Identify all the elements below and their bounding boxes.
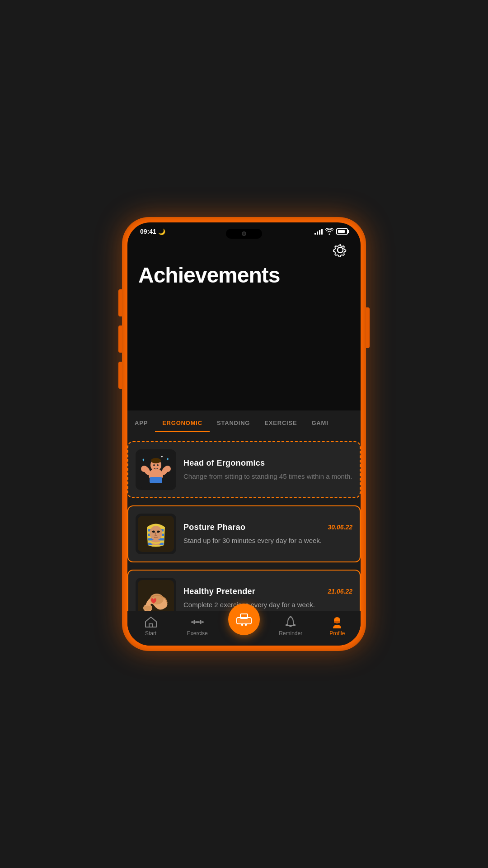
achievement-icon-pharao [136, 514, 176, 554]
svg-text:✦: ✦ [166, 457, 169, 462]
svg-rect-22 [149, 624, 153, 627]
battery-fill [338, 230, 345, 233]
signal-bars-icon [314, 228, 323, 235]
status-bar: 09:41 🌙 [127, 222, 361, 237]
camera-dot [242, 231, 246, 236]
muscle-man-icon: ✦ ✦ ✦ [138, 452, 174, 488]
desk-icon [236, 613, 252, 626]
svg-rect-30 [241, 624, 243, 626]
svg-rect-25 [195, 621, 200, 623]
tab-gami[interactable]: GAMI [304, 413, 335, 432]
exercise-icon [191, 616, 204, 628]
achievement-head-of-ergonomics: ✦ ✦ ✦ Head of Ergonomics Change from sit… [127, 441, 361, 498]
achievement-date-3: 21.06.22 [328, 588, 353, 595]
phone-screen: 09:41 🌙 [127, 222, 361, 646]
svg-point-34 [290, 616, 291, 618]
achievement-date-2: 30.06.22 [328, 524, 353, 531]
header-row [138, 237, 350, 263]
achievement-info-pharao: Posture Pharao 30.06.22 Stand up for 30 … [183, 523, 352, 545]
svg-rect-26 [200, 620, 202, 624]
nav-label-exercise: Exercise [187, 630, 208, 637]
achievement-title-row-1: Head of Ergonomics [183, 458, 352, 468]
bottom-nav: Start Exercise [127, 611, 361, 646]
achievement-posture-pharao: Posture Pharao 30.06.22 Stand up for 30 … [127, 505, 361, 562]
achievement-icon-pretender [136, 578, 176, 611]
achievements-list: ✦ ✦ ✦ Head of Ergonomics Change from sit… [127, 432, 361, 611]
svg-point-4 [151, 458, 161, 463]
svg-rect-27 [202, 621, 204, 623]
svg-rect-29 [238, 618, 250, 623]
pharaoh-icon [138, 516, 174, 552]
nav-item-exercise[interactable]: Exercise [182, 616, 213, 637]
achievement-desc-3: Complete 2 exercises every day for a wee… [183, 600, 352, 609]
achievement-icon-ergonomics: ✦ ✦ ✦ [136, 449, 176, 490]
achievement-info-ergonomics: Head of Ergonomics Change from sitting t… [183, 458, 352, 481]
tabs-row: APP ERGONOMIC STANDING EXERCISE GAMI [127, 410, 361, 432]
page-title: Achievements [138, 263, 350, 288]
achievement-title-2: Posture Pharao [183, 523, 245, 532]
wifi-icon [325, 228, 333, 235]
nav-item-reminder[interactable]: Reminder [275, 616, 306, 637]
svg-point-6 [141, 466, 147, 472]
settings-button[interactable] [331, 241, 350, 261]
bell-icon [284, 616, 297, 628]
status-left: 09:41 🌙 [140, 228, 165, 235]
moon-icon: 🌙 [158, 228, 165, 235]
svg-rect-2 [150, 477, 162, 483]
achievement-title-row-3: Healthy Pretender 21.06.22 [183, 587, 352, 596]
achievement-desc-2: Stand up for 30 minutes every day for a … [183, 536, 352, 545]
nav-item-profile[interactable]: Profile [321, 616, 353, 637]
arm-heart-icon [138, 580, 174, 611]
time-display: 09:41 [140, 228, 156, 235]
tab-exercise[interactable]: EXERCISE [257, 413, 304, 432]
svg-rect-36 [334, 621, 340, 623]
nav-label-profile: Profile [329, 630, 345, 637]
svg-rect-24 [193, 620, 195, 624]
nav-label-start: Start [145, 630, 156, 637]
achievement-title-3: Healthy Pretender [183, 587, 255, 596]
phone-frame: 09:41 🌙 [122, 217, 366, 651]
svg-rect-23 [191, 621, 193, 623]
tab-app[interactable]: APP [127, 413, 155, 432]
svg-point-9 [153, 464, 155, 466]
main-content: Achievements [127, 237, 361, 438]
tab-standing[interactable]: STANDING [210, 413, 257, 432]
battery-icon [336, 228, 348, 235]
profile-icon [331, 616, 343, 628]
camera-pill [226, 229, 262, 239]
svg-rect-31 [245, 624, 247, 626]
nav-fab-desk[interactable] [228, 604, 260, 635]
svg-text:✦: ✦ [160, 455, 164, 459]
home-icon [145, 616, 157, 628]
svg-text:✦: ✦ [141, 458, 145, 462]
achievement-title-row-2: Posture Pharao 30.06.22 [183, 523, 352, 532]
achievement-info-pretender: Healthy Pretender 21.06.22 Complete 2 ex… [183, 587, 352, 609]
achievement-title-1: Head of Ergonomics [183, 458, 265, 468]
svg-point-10 [157, 464, 159, 466]
achievement-desc-1: Change from sitting to standing 45 times… [183, 472, 352, 481]
tabs-container: APP ERGONOMIC STANDING EXERCISE GAMI [127, 410, 361, 432]
status-right [314, 228, 348, 235]
gear-icon [333, 242, 348, 258]
svg-point-8 [164, 466, 171, 472]
nav-label-reminder: Reminder [279, 630, 302, 637]
nav-item-start[interactable]: Start [135, 616, 167, 637]
tab-ergonomic[interactable]: ERGONOMIC [155, 413, 210, 432]
